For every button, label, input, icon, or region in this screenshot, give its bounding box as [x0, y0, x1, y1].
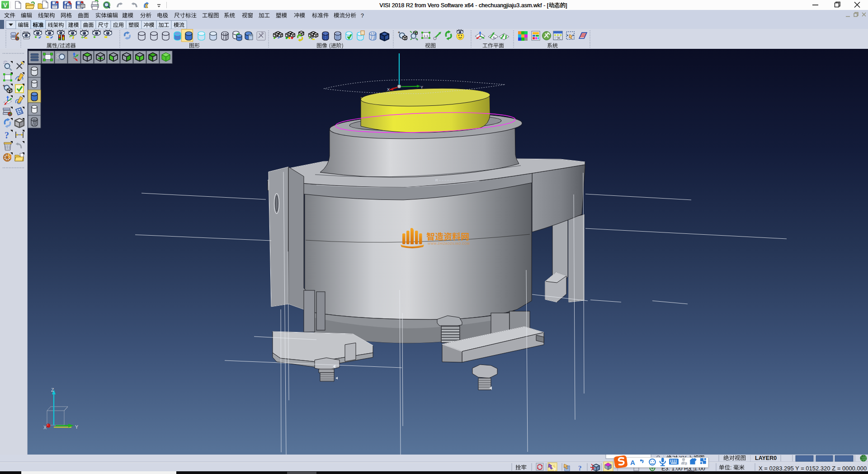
svg-text:Z: Z: [51, 387, 54, 393]
svg-text:]: ]: [566, 2, 567, 9]
svg-text:A: A: [630, 459, 635, 466]
svg-text:1:1: 1:1: [423, 34, 429, 38]
svg-text:?: ?: [578, 465, 582, 472]
svg-text:+: +: [3, 84, 5, 88]
svg-text:VISI 2018 R2 from Vero Softwar: VISI 2018 R2 from Vero Software x64 - ch…: [379, 2, 548, 9]
svg-text:?: ?: [361, 13, 364, 19]
svg-text:LAYER0: LAYER0: [755, 455, 777, 461]
svg-text:Y: Y: [420, 85, 423, 90]
svg-text:7: 7: [685, 462, 687, 465]
svg-text:X: X: [387, 87, 390, 92]
svg-text:R: R: [435, 178, 438, 182]
svg-text:X: X: [43, 425, 47, 430]
svg-text::: :: [730, 465, 731, 471]
svg-text:?: ?: [5, 130, 9, 140]
svg-text:Y: Y: [75, 424, 78, 430]
svg-text:X = 0283.295 Y = 0152.320 Z =: X = 0283.295 Y = 0152.320 Z = 0000.000: [759, 465, 867, 472]
svg-text:WWW.ZHIZAOZILIAO.COM: WWW.ZHIZAOZILIAO.COM: [428, 242, 470, 245]
svg-text:+: +: [81, 34, 84, 40]
svg-text:+: +: [308, 35, 311, 40]
